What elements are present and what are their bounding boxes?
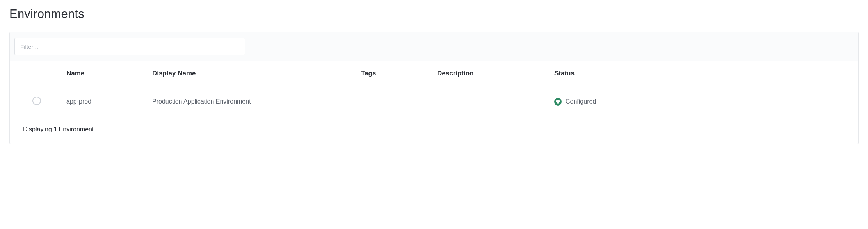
filter-input[interactable] bbox=[14, 38, 245, 55]
col-header-name[interactable]: Name bbox=[66, 61, 152, 86]
col-header-select bbox=[10, 61, 66, 86]
page-title: Environments bbox=[9, 7, 859, 21]
row-name: app-prod bbox=[66, 86, 152, 117]
environments-table: Name Display Name Tags Description Statu… bbox=[10, 61, 858, 117]
footer-suffix: Environment bbox=[57, 126, 94, 132]
row-display-name: Production Application Environment bbox=[152, 86, 361, 117]
col-header-status[interactable]: Status bbox=[554, 61, 858, 86]
row-description: — bbox=[437, 86, 554, 117]
row-radio[interactable] bbox=[32, 97, 41, 105]
footer-count: 1 bbox=[53, 126, 57, 132]
row-tags: — bbox=[361, 86, 437, 117]
heart-circle-icon bbox=[554, 98, 562, 106]
table-row[interactable]: app-prod Production Application Environm… bbox=[10, 86, 858, 117]
col-header-tags[interactable]: Tags bbox=[361, 61, 437, 86]
panel-toolbar bbox=[10, 32, 858, 61]
footer-prefix: Displaying bbox=[23, 126, 53, 132]
row-status-label: Configured bbox=[566, 98, 596, 105]
row-status-cell: Configured bbox=[554, 86, 858, 117]
col-header-display-name[interactable]: Display Name bbox=[152, 61, 361, 86]
col-header-description[interactable]: Description bbox=[437, 61, 554, 86]
row-select-cell bbox=[10, 86, 66, 117]
environments-panel: Name Display Name Tags Description Statu… bbox=[9, 32, 859, 144]
table-header-row: Name Display Name Tags Description Statu… bbox=[10, 61, 858, 86]
table-footer: Displaying 1 Environment bbox=[10, 117, 858, 144]
